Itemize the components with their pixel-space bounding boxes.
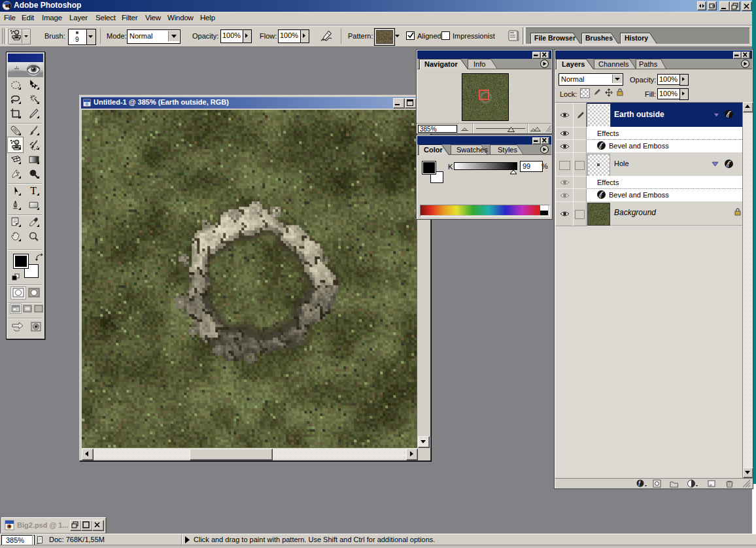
svg-text:Layers: Layers bbox=[562, 60, 585, 68]
svg-text:File Browser: File Browser bbox=[534, 34, 576, 42]
svg-text:9: 9 bbox=[75, 36, 79, 43]
svg-text:Paths: Paths bbox=[639, 60, 658, 68]
svg-text:T: T bbox=[30, 185, 37, 196]
svg-text:Info: Info bbox=[473, 60, 485, 68]
svg-text:History: History bbox=[625, 34, 648, 42]
svg-text:Channels: Channels bbox=[598, 60, 629, 68]
svg-text:Color: Color bbox=[424, 146, 443, 154]
svg-text:Swatches: Swatches bbox=[456, 146, 488, 154]
svg-text:Navigator: Navigator bbox=[424, 60, 458, 68]
svg-text:Styles: Styles bbox=[498, 146, 517, 154]
svg-text:Brushes: Brushes bbox=[585, 34, 613, 42]
